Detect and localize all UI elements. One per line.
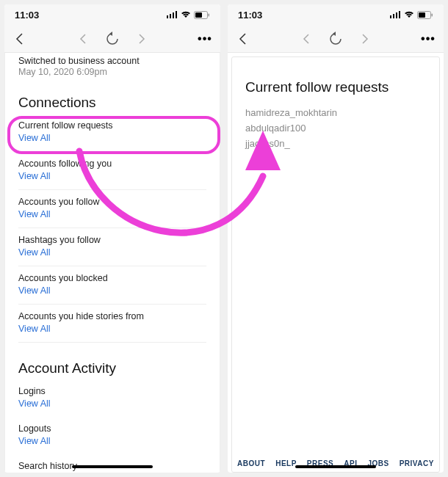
row-blocked: Accounts you blocked View All	[18, 266, 206, 305]
svg-rect-5	[195, 12, 202, 18]
phone-left: 11:03 •••	[4, 4, 220, 473]
svg-rect-10	[399, 11, 400, 18]
status-icons	[167, 11, 210, 19]
footer-link[interactable]: HELP	[275, 459, 297, 467]
row-logouts: Logouts View All	[18, 417, 206, 454]
home-indicator	[295, 465, 376, 468]
row-label: Accounts you blocked	[18, 273, 206, 283]
view-all-link[interactable]: View All	[18, 436, 51, 446]
status-time: 11:03	[238, 10, 262, 21]
row-label: Accounts you follow	[18, 197, 206, 207]
log-event: Switched to business account	[18, 56, 206, 66]
row-label: Accounts you hide stories from	[18, 311, 206, 321]
view-all-link[interactable]: View All	[18, 247, 51, 258]
signal-icon	[390, 11, 401, 18]
row-hidden: Accounts you hide stories from View All	[18, 305, 206, 343]
svg-rect-12	[419, 12, 425, 18]
section-connections: Connections	[18, 95, 206, 111]
wifi-icon	[181, 11, 191, 18]
battery-icon	[417, 11, 433, 19]
svg-rect-3	[176, 11, 177, 18]
signal-icon	[167, 11, 178, 18]
back-icon[interactable]	[235, 31, 251, 47]
nav-prev-icon[interactable]	[75, 31, 91, 47]
view-all-link[interactable]: View All	[18, 324, 51, 334]
more-icon[interactable]: •••	[420, 31, 436, 47]
nav-next-icon[interactable]	[357, 31, 373, 47]
svg-rect-1	[170, 14, 171, 18]
nav-prev-icon[interactable]	[298, 31, 314, 47]
row-label: Logins	[18, 386, 206, 396]
svg-rect-0	[167, 15, 168, 18]
nav-bar: •••	[228, 25, 444, 53]
row-logins: Logins View All	[18, 379, 206, 417]
svg-rect-6	[209, 13, 210, 16]
status-icons	[390, 11, 433, 19]
footer-link[interactable]: PRIVACY	[400, 459, 434, 467]
username[interactable]: abdulqadir100	[245, 123, 426, 134]
reload-icon[interactable]	[104, 31, 120, 47]
section-activity: Account Activity	[18, 360, 206, 376]
footer-link[interactable]: ABOUT	[237, 459, 265, 467]
status-bar: 11:03	[228, 4, 444, 25]
row-hashtags: Hashtags you follow View All	[18, 228, 206, 266]
home-indicator	[72, 465, 153, 468]
svg-rect-9	[396, 12, 397, 18]
content-right: Current follow requests hamidreza_mokhta…	[231, 57, 440, 473]
row-followers: Accounts following you View All	[18, 152, 206, 190]
svg-rect-7	[390, 15, 391, 18]
row-label: Logouts	[18, 423, 206, 434]
phone-right: 11:03 •••	[228, 4, 444, 473]
username[interactable]: hamidreza_mokhtarin	[245, 107, 426, 118]
wifi-icon	[404, 11, 414, 18]
username[interactable]: jjackss0n_	[245, 138, 426, 149]
page-title: Current follow requests	[245, 79, 426, 95]
back-icon[interactable]	[12, 31, 28, 47]
row-following: Accounts you follow View All	[18, 190, 206, 228]
row-label: Current follow requests	[18, 120, 206, 131]
nav-bar: •••	[4, 25, 220, 53]
row-follow-requests: Current follow requests View All	[18, 114, 206, 152]
content-left: Switched to business account May 10, 202…	[4, 53, 220, 473]
row-label: Hashtags you follow	[18, 235, 206, 245]
view-all-link[interactable]: View All	[18, 133, 51, 143]
more-icon[interactable]: •••	[197, 31, 213, 47]
row-label: Accounts following you	[18, 159, 206, 169]
view-all-link[interactable]: View All	[18, 209, 51, 219]
view-all-link[interactable]: View All	[18, 398, 51, 409]
nav-next-icon[interactable]	[134, 31, 150, 47]
reload-icon[interactable]	[328, 31, 344, 47]
battery-icon	[194, 11, 210, 19]
status-bar: 11:03	[4, 4, 220, 25]
svg-rect-13	[432, 13, 433, 16]
row-search-history: Search history View All	[18, 454, 206, 473]
svg-rect-8	[393, 14, 394, 18]
status-time: 11:03	[15, 10, 39, 21]
view-all-link[interactable]: View All	[18, 171, 51, 181]
view-all-link[interactable]: View All	[18, 285, 51, 296]
svg-rect-2	[173, 12, 174, 18]
log-time: May 10, 2020 6:09pm	[18, 67, 206, 77]
